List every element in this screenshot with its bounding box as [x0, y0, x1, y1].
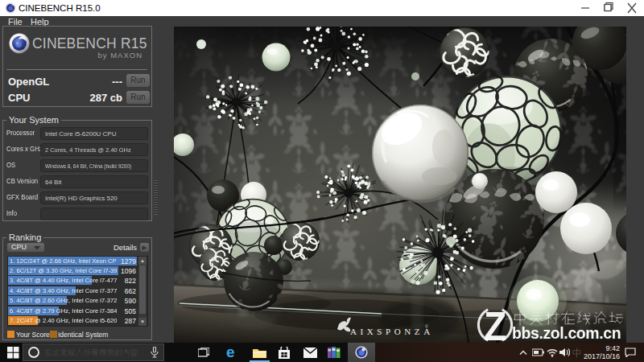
svg-text:Z: Z — [484, 304, 506, 343]
svg-text:®: ® — [425, 324, 428, 329]
svg-text:bbs.zol.com.cn: bbs.zol.com.cn — [512, 324, 621, 342]
svg-text:AIXSPONZA: AIXSPONZA — [350, 327, 434, 336]
